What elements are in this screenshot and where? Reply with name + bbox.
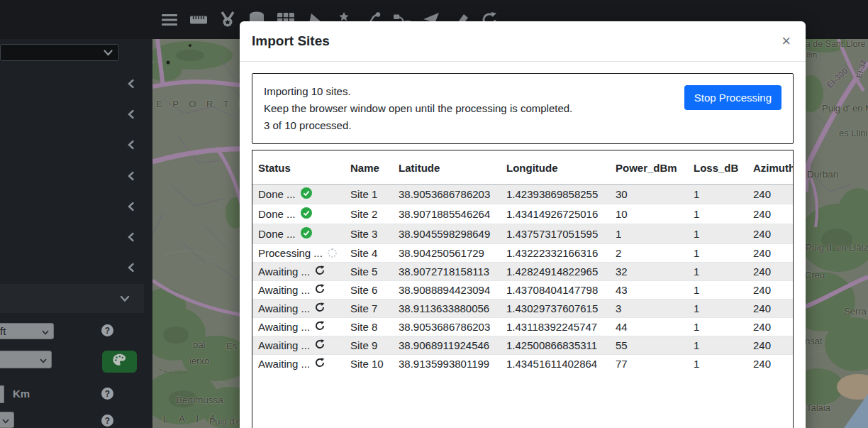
help-icon[interactable]: ?	[101, 415, 113, 427]
height-unit-select[interactable]: / 98ft	[0, 323, 54, 339]
site-loss: 1	[688, 185, 747, 204]
modal-header: Import Sites ×	[240, 21, 806, 62]
stop-processing-button[interactable]: Stop Processing	[684, 85, 781, 110]
collapse-section-1[interactable]	[122, 77, 139, 91]
col-azimuth: Azimuth	[747, 150, 794, 185]
site-power: 55	[610, 336, 688, 355]
bottom-select[interactable]	[0, 412, 14, 428]
site-lon: 1.43414926725016	[501, 204, 610, 224]
collapse-section-2[interactable]	[122, 107, 139, 121]
site-loss: 1	[688, 300, 747, 318]
site-loss: 1	[688, 336, 747, 355]
table-row: Awaiting ... Site 6 38.9088894423094 1.4…	[252, 281, 794, 300]
site-lon: 1.43708404147798	[501, 281, 610, 300]
help-icon[interactable]: ?	[101, 388, 113, 400]
site-loss: 1	[688, 244, 747, 263]
redo-icon	[315, 321, 325, 333]
map-label: Puig d' en M	[822, 103, 868, 114]
check-circle-icon	[301, 207, 312, 221]
site-lat: 38.9053686786203	[393, 318, 501, 336]
map-label: 8m	[806, 50, 817, 59]
map-label: Benimussa	[176, 395, 223, 405]
site-name: Site 7	[345, 300, 393, 318]
collapse-section-7[interactable]	[122, 260, 139, 275]
status-text: Awaiting ...	[258, 339, 310, 351]
close-icon[interactable]: ×	[779, 32, 794, 50]
medal-icon[interactable]	[219, 11, 236, 28]
site-azimuth: 240	[747, 263, 794, 281]
site-lat: 38.9088894423094	[393, 281, 501, 300]
palette-button[interactable]	[102, 351, 137, 373]
table-row: Done ... Site 1 38.9053686786203 1.42393…	[252, 185, 794, 204]
table-row: Done ... Site 3 38.9045598298649 1.43757…	[252, 224, 794, 244]
map-label: ierxo	[189, 356, 209, 366]
table-row: Awaiting ... Site 10 38.9135993801199 1.…	[252, 355, 794, 373]
site-lon: 1.43118392245747	[501, 318, 610, 336]
site-loss: 1	[688, 263, 747, 281]
radius-input[interactable]	[0, 385, 4, 403]
collapse-section-4[interactable]	[122, 169, 139, 183]
site-power: 32	[610, 263, 688, 281]
site-lat: 38.9135993801199	[393, 355, 501, 373]
site-lon: 1.43222332166316	[501, 244, 610, 263]
site-power: 77	[610, 355, 688, 373]
site-lat: 38.9068911924546	[393, 336, 501, 355]
table-row: Awaiting ... Site 7 38.9113633880056 1.4…	[252, 300, 794, 318]
redo-icon	[315, 302, 325, 314]
site-power: 3	[610, 300, 688, 318]
progress-line-3: 3 of 10 processed.	[264, 117, 781, 134]
table-row: Awaiting ... Site 9 38.9068911924546 1.4…	[252, 336, 794, 355]
map-label: Talaia	[806, 402, 830, 413]
status-text: Awaiting ...	[258, 265, 310, 278]
chevron-down-icon	[104, 46, 113, 59]
site-name: Site 4	[345, 244, 393, 263]
redo-icon	[315, 358, 325, 370]
col-latitude: Latitude	[393, 150, 501, 185]
site-name: Site 3	[345, 224, 393, 244]
site-loss: 1	[688, 224, 747, 244]
site-loss: 1	[688, 204, 747, 224]
site-azimuth: 240	[747, 204, 794, 224]
sites-table: Status Name Latitude Longitude Power_dBm…	[252, 150, 794, 373]
chevron-down-icon	[42, 325, 49, 337]
layer-select[interactable]	[0, 44, 119, 61]
site-lon: 1.43029737607615	[501, 300, 610, 318]
table-header-row: Status Name Latitude Longitude Power_dBm…	[252, 150, 794, 185]
collapse-section-6[interactable]	[122, 230, 139, 244]
redo-icon	[315, 284, 325, 296]
collapse-section-5[interactable]	[122, 199, 139, 214]
map-label: nsat	[805, 336, 823, 346]
spinner-icon	[328, 248, 337, 258]
site-name: Site 5	[345, 263, 393, 281]
site-azimuth: 240	[747, 318, 794, 336]
modal-title: Import Sites	[252, 33, 330, 49]
col-longitude: Longitude	[501, 150, 610, 185]
site-name: Site 10	[345, 355, 393, 373]
site-azimuth: 240	[747, 244, 794, 263]
left-sidebar: / 98ft ? Km ? ?	[0, 39, 152, 428]
table-row: Processing ... Site 4 38.904250561729 1.…	[252, 244, 794, 263]
status-text: Done ...	[258, 208, 296, 220]
site-lat: 38.9072718158113	[393, 263, 501, 281]
site-lat: 38.9113633880056	[393, 300, 501, 318]
table-row: Done ... Site 2 38.9071885546264 1.43414…	[252, 204, 794, 224]
site-loss: 1	[688, 318, 747, 336]
sites-table-container[interactable]: Status Name Latitude Longitude Power_dBm…	[252, 150, 794, 428]
site-lat: 38.9071885546264	[393, 204, 501, 224]
status-text: Awaiting ...	[258, 302, 310, 314]
expand-panel[interactable]	[0, 284, 144, 313]
site-loss: 1	[688, 281, 747, 300]
map-label: Durban	[807, 169, 838, 180]
status-text: Done ...	[258, 228, 296, 240]
site-loss: 1	[688, 355, 747, 373]
color-schema-select[interactable]	[0, 351, 52, 368]
menu-icon[interactable]	[161, 11, 178, 28]
palette-icon	[112, 353, 127, 370]
help-icon[interactable]: ?	[101, 324, 113, 336]
collapse-section-3[interactable]	[122, 138, 139, 152]
map-label: ia de Sant Llore	[803, 39, 866, 49]
ruler-icon[interactable]	[190, 11, 207, 28]
km-unit-label: Km	[13, 388, 30, 400]
site-power: 1	[610, 224, 688, 244]
site-azimuth: 240	[747, 300, 794, 318]
